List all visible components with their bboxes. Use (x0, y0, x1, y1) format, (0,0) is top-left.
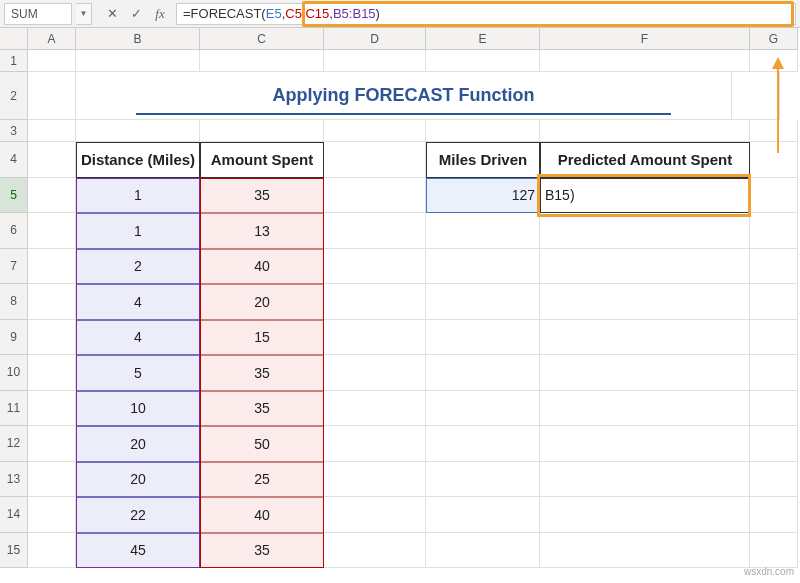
cell[interactable] (324, 533, 426, 569)
col-header-C[interactable]: C (200, 28, 324, 50)
cell-amount[interactable]: 20 (200, 284, 324, 320)
cell-distance[interactable]: 5 (76, 355, 200, 391)
cell-distance[interactable]: 10 (76, 391, 200, 427)
cell[interactable] (732, 72, 780, 120)
cell-distance[interactable]: 45 (76, 533, 200, 569)
cell[interactable] (76, 120, 200, 142)
cell[interactable] (426, 497, 540, 533)
cell[interactable] (28, 462, 76, 498)
cell[interactable] (540, 462, 750, 498)
cell-distance[interactable]: 1 (76, 213, 200, 249)
cell[interactable] (750, 533, 798, 569)
cell[interactable] (540, 213, 750, 249)
cancel-icon[interactable]: ✕ (100, 3, 124, 25)
row-header[interactable]: 14 (0, 497, 28, 533)
cell[interactable] (750, 249, 798, 285)
col-header-G[interactable]: G (750, 28, 798, 50)
cell[interactable] (750, 320, 798, 356)
cell-amount[interactable]: 35 (200, 178, 324, 214)
cell[interactable] (324, 462, 426, 498)
cell[interactable] (28, 178, 76, 214)
cell[interactable] (28, 355, 76, 391)
row-header[interactable]: 10 (0, 355, 28, 391)
cell[interactable] (28, 533, 76, 569)
cell-amount[interactable]: 40 (200, 497, 324, 533)
cell[interactable] (28, 249, 76, 285)
cell[interactable] (324, 497, 426, 533)
cell[interactable] (750, 462, 798, 498)
col-header-F[interactable]: F (540, 28, 750, 50)
col-header-A[interactable]: A (28, 28, 76, 50)
name-box-dropdown-icon[interactable]: ▼ (76, 3, 92, 25)
fx-icon[interactable]: fx (148, 3, 172, 25)
cell-distance[interactable]: 1 (76, 178, 200, 214)
col-header-D[interactable]: D (324, 28, 426, 50)
row-header[interactable]: 4 (0, 142, 28, 178)
cell[interactable] (200, 50, 324, 72)
cell-amount[interactable]: 25 (200, 462, 324, 498)
row-header[interactable]: 8 (0, 284, 28, 320)
cell-amount[interactable]: 35 (200, 355, 324, 391)
cell[interactable] (750, 497, 798, 533)
cell[interactable] (540, 249, 750, 285)
row-header[interactable]: 13 (0, 462, 28, 498)
cell[interactable] (324, 355, 426, 391)
cell[interactable] (324, 178, 426, 214)
row-header[interactable]: 2 (0, 72, 28, 120)
cell-distance[interactable]: 2 (76, 249, 200, 285)
cell[interactable] (28, 213, 76, 249)
cell[interactable] (76, 50, 200, 72)
cell[interactable] (324, 320, 426, 356)
cell[interactable] (750, 120, 798, 142)
cell-amount[interactable]: 35 (200, 533, 324, 569)
cell[interactable] (324, 213, 426, 249)
cell[interactable] (324, 120, 426, 142)
cell[interactable] (540, 533, 750, 569)
col-header-B[interactable]: B (76, 28, 200, 50)
cell[interactable] (426, 50, 540, 72)
cell[interactable] (28, 391, 76, 427)
cell-predicted-active[interactable]: B15) (540, 178, 750, 214)
cell-miles-driven[interactable]: 127 (426, 178, 540, 214)
cell[interactable] (28, 320, 76, 356)
header-miles-driven[interactable]: Miles Driven (426, 142, 540, 178)
header-distance[interactable]: Distance (Miles) (76, 142, 200, 178)
cell[interactable] (28, 72, 76, 120)
cell[interactable] (750, 178, 798, 214)
cell-distance[interactable]: 20 (76, 462, 200, 498)
header-amount[interactable]: Amount Spent (200, 142, 324, 178)
cell[interactable] (750, 284, 798, 320)
title-cell[interactable]: Applying FORECAST Function (76, 72, 732, 120)
confirm-icon[interactable]: ✓ (124, 3, 148, 25)
cell[interactable] (200, 120, 324, 142)
cell[interactable] (28, 50, 76, 72)
cell[interactable] (540, 426, 750, 462)
row-header[interactable]: 5 (0, 178, 28, 214)
cell[interactable] (426, 462, 540, 498)
cell[interactable] (324, 142, 426, 178)
cell-distance[interactable]: 20 (76, 426, 200, 462)
cell-amount[interactable]: 50 (200, 426, 324, 462)
cell[interactable] (540, 50, 750, 72)
cell[interactable] (28, 497, 76, 533)
row-header[interactable]: 1 (0, 50, 28, 72)
cell-amount[interactable]: 15 (200, 320, 324, 356)
cell[interactable] (540, 120, 750, 142)
row-header[interactable]: 15 (0, 533, 28, 569)
header-predicted[interactable]: Predicted Amount Spent (540, 142, 750, 178)
cell[interactable] (750, 142, 798, 178)
cell[interactable] (426, 355, 540, 391)
name-box[interactable]: SUM (4, 3, 72, 25)
cell[interactable] (540, 391, 750, 427)
cell[interactable] (324, 426, 426, 462)
cell-distance[interactable]: 22 (76, 497, 200, 533)
cell[interactable] (426, 426, 540, 462)
cell[interactable] (750, 426, 798, 462)
cell[interactable] (426, 120, 540, 142)
cell[interactable] (540, 355, 750, 391)
cell[interactable] (28, 426, 76, 462)
cell[interactable] (324, 249, 426, 285)
cell[interactable] (324, 284, 426, 320)
row-header[interactable]: 9 (0, 320, 28, 356)
select-all-corner[interactable] (0, 28, 28, 50)
